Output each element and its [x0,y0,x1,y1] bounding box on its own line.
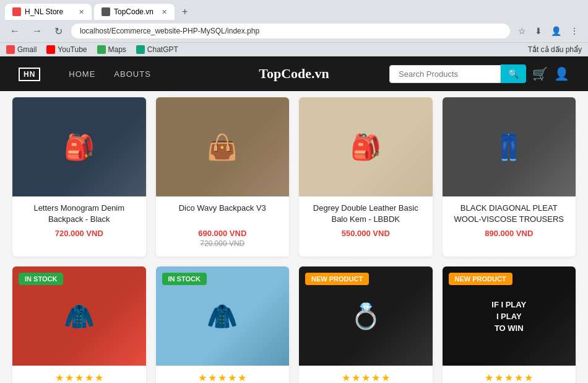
product-card-p1[interactable]: 🎒 Letters Monogram Denim Backpack - Blac… [12,97,146,257]
browser-chrome: H_NL Store ✕ TopCode.vn ✕ + ← → ↻ ☆ ⬇ 👤 … [0,0,588,56]
search-container: 🔍 [389,64,526,83]
product-card-p2[interactable]: 👜 Dico Wavy Backpack V3 690.000 VND 720.… [156,97,290,257]
product-info-p3: Degrey Double Leather Basic Balo Kem - L… [299,196,433,247]
tab-favicon-1 [12,7,21,16]
product-info-p6: ★★★★★ DirtyCoins Logo Denim Jacket | Blu… [156,366,290,383]
product-price-p2: 690.000 VND [163,229,282,238]
tab-label-2: TopCode.vn [114,7,153,16]
tab-close-1[interactable]: ✕ [79,8,84,16]
stars-p5: ★★★★★ [20,372,139,383]
product-price-p3: 550.000 VND [306,229,425,238]
products-container: 🎒 Letters Monogram Denim Backpack - Blac… [0,91,588,383]
product-name-p4: BLACK DIAGONAL PLEAT WOOL-VISCOSE TROUSE… [450,203,569,225]
youtube-favicon [46,45,55,54]
new-tab-button[interactable]: + [177,4,192,20]
product-badge-p5: IN STOCK [19,273,63,285]
search-input[interactable] [389,65,501,83]
address-bar: ← → ↻ ☆ ⬇ 👤 ⋮ [0,20,588,42]
product-card-p8[interactable]: NEW PRODUCT IF I PLAY I PLAY TO WIN ★★★★… [443,266,576,383]
bookmark-maps[interactable]: Maps [97,45,126,54]
tab-close-2[interactable]: ✕ [162,8,167,16]
maps-label: Maps [108,45,126,54]
nav-abouts[interactable]: ABOUTS [114,69,150,79]
product-card-p7[interactable]: NEW PRODUCT 💍 ★★★★★ Heliotrope Helios Si… [299,266,433,383]
tab-label-1: H_NL Store [25,7,63,16]
tab-favicon-2 [102,7,110,16]
gmail-label: Gmail [17,45,37,54]
reload-button[interactable]: ↻ [51,24,66,38]
product-badge-p8: NEW PRODUCT [449,273,512,285]
forward-button[interactable]: → [28,24,46,38]
product-info-p1: Letters Monogram Denim Backpack - Black … [12,196,146,247]
tab-hnl-store[interactable]: H_NL Store ✕ [5,4,92,20]
bookmarks-right-label: Tắt cả dấu phẩy [528,45,582,54]
bookmarks-bar: Gmail YouTube Maps ChatGPT Tắt cả dấu ph… [0,42,588,56]
tab-topcode[interactable]: TopCode.vn ✕ [94,4,175,20]
menu-btn[interactable]: ⋮ [567,24,582,38]
product-image-p1: 🎒 [12,97,146,196]
chatgpt-label: ChatGPT [147,45,178,54]
nav-home[interactable]: HOME [69,69,95,79]
product-price-p1: 720.000 VND [20,229,139,238]
product-info-p4: BLACK DIAGONAL PLEAT WOOL-VISCOSE TROUSE… [443,196,576,247]
tab-bar: H_NL Store ✕ TopCode.vn ✕ + [0,0,588,20]
stars-p7: ★★★★★ [306,372,425,383]
product-card-p3[interactable]: 🎒 Degrey Double Leather Basic Balo Kem -… [299,97,433,257]
product-image-p3: 🎒 [299,97,433,196]
product-price-p4: 890.000 VND [450,229,569,238]
back-button[interactable]: ← [6,24,24,38]
product-image-p2: 👜 [156,97,290,196]
navbar-right: 🔍 🛒 👤 [389,64,569,83]
product-info-p7: ★★★★★ Heliotrope Helios Silver 945.000 V… [299,366,433,383]
bookmark-btn[interactable]: ☆ [515,24,529,38]
youtube-label: YouTube [58,45,87,54]
product-info-p8: ★★★★★ If I Play I Play To Win T-Shirt - … [443,366,576,383]
product-name-p2: Dico Wavy Backpack V3 [163,203,282,225]
product-info-p2: Dico Wavy Backpack V3 690.000 VND 720.00… [156,196,290,257]
download-btn[interactable]: ⬇ [532,24,545,38]
stars-p8: ★★★★★ [450,372,569,383]
logo-box: HN [19,68,40,81]
product-name-p3: Degrey Double Leather Basic Balo Kem - L… [306,203,425,225]
navbar-links: HOME ABOUTS [69,69,150,79]
product-badge-p7: NEW PRODUCT [305,273,369,285]
browser-actions: ☆ ⬇ 👤 ⋮ [515,24,582,38]
product-card-p6[interactable]: IN STOCK 🧥 ★★★★★ DirtyCoins Logo Denim J… [156,266,290,383]
gmail-favicon [6,45,15,54]
maps-favicon [97,45,106,54]
search-button[interactable]: 🔍 [501,64,526,83]
cart-icon-button[interactable]: 🛒 [532,66,548,81]
product-card-p5[interactable]: IN STOCK 🧥 ★★★★★ University Felt Varsity… [12,266,146,383]
product-card-p4[interactable]: 👖 BLACK DIAGONAL PLEAT WOOL-VISCOSE TROU… [443,97,576,257]
navbar-brand: TopCode.vn [259,66,329,82]
url-input[interactable] [71,24,510,38]
profile-btn[interactable]: 👤 [548,24,564,38]
product-original-price-p2: 720.000 VND [163,239,282,248]
products-row-1: 🎒 Letters Monogram Denim Backpack - Blac… [12,97,576,257]
bookmark-gmail[interactable]: Gmail [6,45,37,54]
product-name-p1: Letters Monogram Denim Backpack - Black [20,203,139,225]
bookmark-youtube[interactable]: YouTube [46,45,87,54]
navbar: HN HOME ABOUTS TopCode.vn 🔍 🛒 👤 [0,56,588,91]
stars-p6: ★★★★★ [163,372,282,383]
product-badge-p6: IN STOCK [162,273,207,285]
navbar-logo: HN [19,67,44,81]
user-icon-button[interactable]: 👤 [554,66,569,81]
product-info-p5: ★★★★★ University Felt Varsity Jacket - R… [12,366,146,383]
product-image-p4: 👖 [443,97,576,196]
bookmark-chatgpt[interactable]: ChatGPT [136,45,178,54]
products-row-2: IN STOCK 🧥 ★★★★★ University Felt Varsity… [12,266,576,383]
chatgpt-favicon [136,45,145,54]
